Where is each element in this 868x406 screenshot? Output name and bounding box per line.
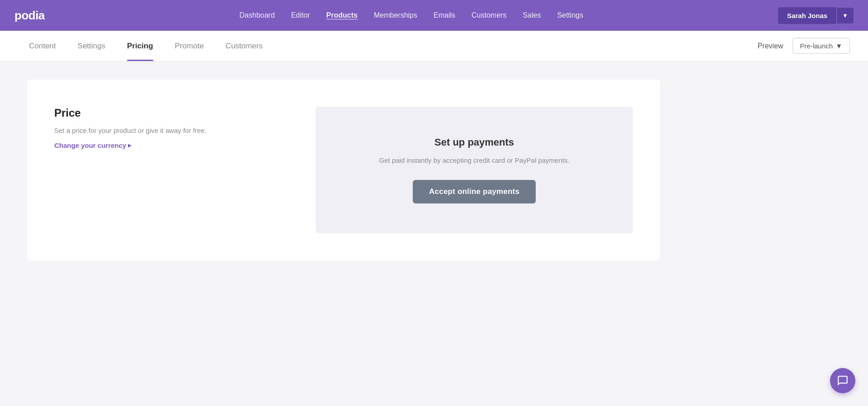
sub-navigation: Content Settings Pricing Promote Custome… [0,31,868,61]
tab-settings[interactable]: Settings [67,31,116,61]
payment-panel-description: Get paid instantly by accepting credit c… [379,156,570,166]
nav-memberships[interactable]: Memberships [374,11,417,19]
user-name-button[interactable]: Sarah Jonas [778,7,836,24]
preview-link[interactable]: Preview [758,42,783,50]
main-content: Price Set a price for your product or gi… [0,61,868,406]
chat-bubble[interactable] [830,368,855,393]
nav-products[interactable]: Products [326,11,358,19]
pre-launch-button[interactable]: Pre-launch ▼ [793,38,850,54]
payment-panel-title: Set up payments [434,137,514,148]
sub-nav-actions: Preview Pre-launch ▼ [758,38,850,54]
payment-panel: Set up payments Get paid instantly by ac… [316,107,633,233]
accept-payments-button[interactable]: Accept online payments [413,180,536,203]
nav-emails[interactable]: Emails [434,11,455,19]
tab-customers[interactable]: Customers [215,31,274,61]
user-menu: Sarah Jonas ▼ [778,7,854,24]
user-menu-caret[interactable]: ▼ [836,8,854,24]
sub-nav-tabs: Content Settings Pricing Promote Custome… [18,31,274,61]
nav-dashboard[interactable]: Dashboard [240,11,275,19]
change-currency-link[interactable]: Change your currency [54,142,288,149]
nav-settings[interactable]: Settings [557,11,583,19]
logo[interactable]: podia [14,9,45,23]
tab-promote[interactable]: Promote [164,31,215,61]
nav-sales[interactable]: Sales [523,11,541,19]
pricing-card: Price Set a price for your product or gi… [27,80,660,260]
price-section: Price Set a price for your product or gi… [54,107,288,149]
nav-customers[interactable]: Customers [472,11,506,19]
price-title: Price [54,107,288,119]
nav-links: Dashboard Editor Products Memberships Em… [240,11,584,19]
nav-editor[interactable]: Editor [291,11,310,19]
tab-pricing[interactable]: Pricing [116,31,164,61]
tab-content[interactable]: Content [18,31,67,61]
price-description: Set a price for your product or give it … [54,127,288,134]
top-navigation: podia Dashboard Editor Products Membersh… [0,0,868,31]
